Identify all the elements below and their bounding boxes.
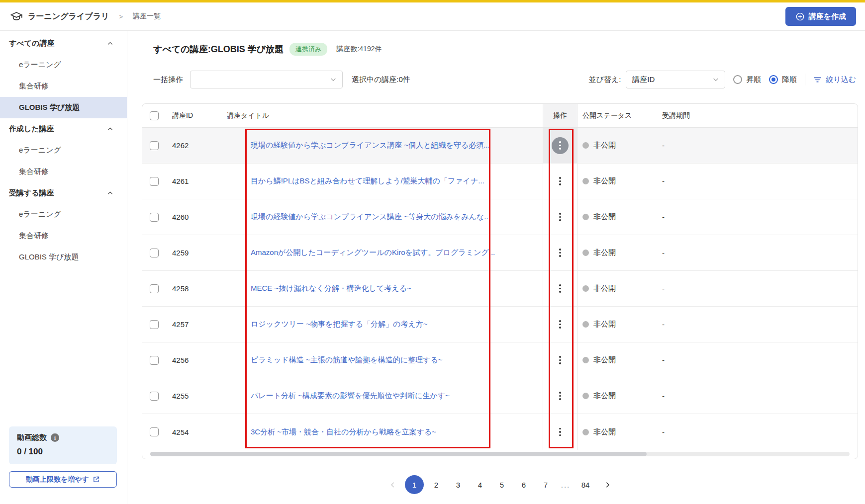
row-kebab-menu-button[interactable]: [552, 245, 569, 261]
pagination-page-1[interactable]: 1: [405, 475, 424, 494]
course-title-link[interactable]: パレート分析 ~構成要素の影響を優先順位や判断に生かす~: [251, 391, 450, 401]
filter-button-label: 絞り込む: [826, 75, 856, 84]
pagination-page-6[interactable]: 6: [514, 475, 533, 494]
status-dot-icon: [582, 429, 589, 435]
info-icon[interactable]: i: [51, 433, 59, 442]
sidebar-section-enrolled-courses[interactable]: 受講する講座: [0, 182, 127, 204]
status-dot-icon: [582, 357, 589, 363]
sidebar-item-created-elearning[interactable]: eラーニング: [0, 140, 127, 161]
status-label: 非公開: [593, 391, 616, 401]
sidebar-section-all-courses[interactable]: すべての講座: [0, 33, 127, 54]
status-label: 非公開: [593, 248, 616, 257]
sort-asc-radio[interactable]: 昇順: [733, 75, 761, 84]
course-id: 4261: [172, 177, 227, 185]
course-id: 4257: [172, 320, 227, 329]
sidebar: すべての講座 eラーニング 集合研修 GLOBIS 学び放題 作成した講座 eラ…: [0, 31, 127, 504]
row-kebab-menu-button[interactable]: [552, 423, 569, 440]
pagination-page-7[interactable]: 7: [536, 475, 555, 494]
row-checkbox[interactable]: [150, 284, 159, 293]
status-label: 非公開: [593, 355, 616, 365]
row-kebab-menu-button[interactable]: [552, 352, 569, 369]
plus-circle-icon: [795, 12, 805, 21]
row-checkbox[interactable]: [150, 392, 159, 401]
pagination-page-3[interactable]: 3: [449, 475, 468, 494]
pagination-page-5[interactable]: 5: [492, 475, 511, 494]
filter-button[interactable]: 絞り込む: [813, 75, 858, 84]
chevron-up-icon: [106, 40, 114, 47]
sidebar-item-enrolled-globis[interactable]: GLOBIS 学び放題: [0, 247, 127, 268]
row-checkbox[interactable]: [150, 213, 159, 222]
row-kebab-menu-button[interactable]: [552, 137, 569, 154]
breadcrumb-current: 講座一覧: [133, 12, 161, 21]
course-period: -: [660, 392, 858, 400]
course-title-link[interactable]: 目から鱗!PLはBSと組み合わせて理解しよう/鷲巣大輔の「ファイナ...: [251, 176, 484, 186]
course-title-link[interactable]: ピラミッド構造 ~主張の筋道や論拠を構造的に整理する~: [251, 355, 443, 365]
row-kebab-menu-button[interactable]: [552, 173, 569, 190]
sidebar-item-all-globis[interactable]: GLOBIS 学び放題: [0, 97, 127, 118]
row-checkbox[interactable]: [150, 141, 159, 150]
sidebar-item-created-group-training[interactable]: 集合研修: [0, 161, 127, 182]
sidebar-item-all-elearning[interactable]: eラーニング: [0, 54, 127, 76]
course-count: 講座数:4192件: [336, 45, 382, 54]
select-all-checkbox[interactable]: [150, 111, 159, 120]
course-title-link[interactable]: Amazonが公開したコーディングツールのKiroを試す。プログラミング...: [251, 248, 495, 257]
pagination-page-84[interactable]: 84: [576, 475, 595, 494]
course-id: 4262: [172, 141, 227, 150]
radio-unchecked-icon: [733, 75, 742, 84]
sort-label: 並び替え:: [588, 75, 621, 84]
sidebar-item-all-group-training[interactable]: 集合研修: [0, 76, 127, 97]
sort-desc-radio[interactable]: 降順: [769, 75, 797, 84]
status-dot-icon: [582, 142, 589, 149]
row-checkbox[interactable]: [150, 177, 159, 186]
table-header-row: 講座ID 講座タイトル 操作 公開ステータス 受講期間: [142, 104, 858, 128]
sidebar-section-label: 作成した講座: [9, 124, 54, 134]
row-checkbox[interactable]: [150, 249, 159, 257]
graduation-cap-icon: [10, 10, 23, 23]
pagination-page-2[interactable]: 2: [427, 475, 446, 494]
scrollbar-thumb[interactable]: [150, 452, 647, 456]
course-title-link[interactable]: 現場の経験値から学ぶコンプライアンス講座 ~個人と組織を守る必須...: [251, 141, 490, 150]
row-kebab-menu-button[interactable]: [552, 280, 569, 297]
course-title-link[interactable]: MECE ~抜け漏れなく分解・構造化して考える~: [251, 284, 411, 293]
course-period: -: [660, 141, 858, 150]
row-kebab-menu-button[interactable]: [552, 388, 569, 405]
pagination-prev-button[interactable]: [383, 475, 402, 494]
sidebar-section-created-courses[interactable]: 作成した講座: [0, 118, 127, 140]
horizontal-scrollbar[interactable]: [150, 452, 850, 456]
sidebar-section-label: 受講する講座: [9, 188, 54, 198]
breadcrumb-separator: >: [119, 13, 123, 20]
table-body: 4262 現場の経験値から学ぶコンプライアンス講座 ~個人と組織を守る必須...…: [142, 128, 858, 450]
table-row: 4261 目から鱗!PLはBSと組み合わせて理解しよう/鷲巣大輔の「ファイナ..…: [142, 164, 858, 199]
course-id: 4260: [172, 213, 227, 221]
sidebar-item-enrolled-group-training[interactable]: 集合研修: [0, 225, 127, 247]
row-checkbox[interactable]: [150, 356, 159, 365]
pagination-next-button[interactable]: [598, 475, 617, 494]
row-checkbox[interactable]: [150, 427, 159, 436]
course-id: 4256: [172, 356, 227, 364]
video-total-box: 動画総数 i 0 / 100: [9, 426, 117, 464]
increase-video-limit-button[interactable]: 動画上限数を増やす: [9, 471, 117, 488]
chevron-up-icon: [106, 125, 114, 133]
pagination-page-4[interactable]: 4: [471, 475, 489, 494]
status-label: 非公開: [593, 284, 616, 293]
row-kebab-menu-button[interactable]: [552, 209, 569, 226]
app-header: ラーニングライブラリ > 講座一覧 講座を作成: [0, 2, 865, 31]
page-title: すべての講座:GLOBIS 学び放題: [153, 43, 284, 55]
status-dot-icon: [582, 214, 589, 220]
row-kebab-menu-button[interactable]: [552, 316, 569, 333]
course-period: -: [660, 177, 858, 185]
course-title-link[interactable]: ロジックツリー ~物事を把握する「分解」の考え方~: [251, 320, 428, 329]
create-course-button[interactable]: 講座を作成: [785, 7, 856, 26]
course-id: 4258: [172, 284, 227, 293]
row-checkbox[interactable]: [150, 320, 159, 329]
bulk-action-select[interactable]: [190, 71, 343, 88]
page: ラーニングライブラリ > 講座一覧 講座を作成 すべての講座 eラーニング 集合…: [0, 0, 865, 504]
filter-icon: [813, 76, 822, 84]
chevron-down-icon: [712, 76, 720, 84]
app-title[interactable]: ラーニングライブラリ: [28, 11, 109, 22]
sidebar-item-enrolled-elearning[interactable]: eラーニング: [0, 204, 127, 225]
course-title-link[interactable]: 現場の経験値から学ぶコンプライアンス講座 ~等身大の悩みをみんな...: [251, 212, 490, 222]
sort-select[interactable]: 講座ID: [626, 71, 725, 88]
course-title-link[interactable]: 3C分析 ~市場・競合・自社の分析から戦略を立案する~: [251, 427, 436, 437]
course-period: -: [660, 428, 858, 436]
